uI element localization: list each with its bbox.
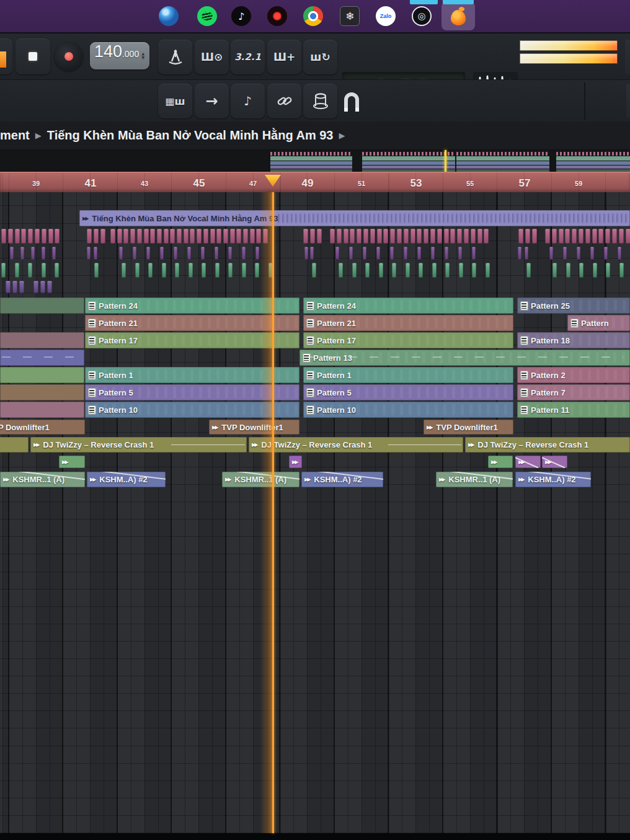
note-bar[interactable] (184, 229, 189, 244)
note-bar[interactable] (6, 281, 11, 293)
note-bar[interactable] (598, 229, 603, 244)
note-bar[interactable] (100, 229, 105, 244)
note-bar[interactable] (210, 229, 215, 244)
slide-note-button[interactable]: ♪ (231, 84, 265, 118)
note-bar[interactable] (242, 247, 246, 260)
note-bar[interactable] (160, 247, 164, 260)
pattern-clip[interactable]: Pattern 24 (303, 298, 513, 314)
note-bar[interactable] (424, 229, 428, 244)
audio-clip[interactable]: ▶▶KSHM..A) #2 (515, 472, 591, 487)
note-bar[interactable] (526, 263, 531, 278)
note-bar[interactable] (477, 229, 482, 244)
audio-clip[interactable]: ▶▶KSHM..A) #2 (87, 472, 166, 487)
note-bar[interactable] (612, 229, 617, 244)
note-bar[interactable] (486, 263, 490, 278)
note-bar[interactable] (458, 247, 462, 260)
note-bar[interactable] (619, 229, 624, 244)
audio-clip[interactable]: ▶▶TVP Downlifter1 (424, 420, 513, 435)
note-bar[interactable] (339, 263, 343, 278)
pattern-clip[interactable]: Pattern 5 (303, 384, 513, 400)
note-bar[interactable] (170, 229, 175, 244)
note-bar[interactable] (304, 247, 308, 260)
note-bar[interactable] (349, 247, 353, 260)
typing-keyboard-button[interactable]: ▦ш (158, 84, 192, 118)
audio-clip[interactable]: ▶▶KSHMR..1 (A) (0, 472, 85, 487)
audio-clip[interactable]: ▶▶ (488, 456, 513, 468)
audio-clip[interactable]: ▶▶DJ TwiZzy – Reverse Crash 1 (249, 437, 463, 453)
dump-score-button[interactable] (303, 84, 337, 118)
metronome-button[interactable] (158, 40, 192, 74)
note-bar[interactable] (626, 229, 630, 244)
note-bar[interactable] (459, 263, 463, 278)
note-bar[interactable] (392, 263, 396, 278)
note-bar[interactable] (146, 247, 150, 260)
note-bar[interactable] (565, 229, 570, 244)
taskbar-icon-zalo[interactable]: Zalo (376, 6, 396, 26)
note-bar[interactable] (605, 229, 610, 244)
note-bar[interactable] (216, 229, 221, 244)
note-bar[interactable] (559, 229, 564, 244)
audio-clip[interactable]: ▶▶DJ TwiZzy – Reverse Crash 1 (465, 437, 630, 453)
note-bar[interactable] (563, 247, 567, 260)
note-bar[interactable] (585, 229, 590, 244)
note-bar[interactable] (545, 229, 550, 244)
note-bar[interactable] (123, 229, 128, 244)
partial-button-row2[interactable] (626, 84, 630, 118)
note-bar[interactable] (243, 229, 248, 244)
note-bar[interactable] (363, 229, 368, 244)
main-volume-meter[interactable] (520, 40, 618, 51)
note-bar[interactable] (42, 263, 46, 278)
note-bar[interactable] (618, 247, 621, 260)
note-bar[interactable] (55, 263, 59, 278)
note-bar[interactable] (87, 247, 91, 260)
note-bar[interactable] (549, 247, 553, 260)
taskbar-icon-chrome[interactable] (303, 6, 323, 26)
note-bar[interactable] (228, 247, 232, 260)
note-bar[interactable] (144, 229, 149, 244)
note-bar[interactable] (376, 247, 380, 260)
note-bar[interactable] (223, 229, 228, 244)
note-bar[interactable] (484, 229, 489, 244)
note-bar[interactable] (177, 229, 182, 244)
note-bar[interactable] (363, 247, 366, 260)
note-bar[interactable] (350, 229, 355, 244)
note-bar[interactable] (552, 263, 557, 278)
note-bar[interactable] (48, 229, 53, 244)
note-bar[interactable] (450, 229, 455, 244)
note-bar[interactable] (593, 263, 597, 278)
tempo-spinner[interactable]: ▲▼ (141, 52, 145, 60)
note-bar[interactable] (40, 281, 45, 293)
note-bar[interactable] (215, 247, 218, 260)
note-bar[interactable] (445, 247, 448, 260)
minimap-segment[interactable] (556, 152, 630, 170)
audio-clip[interactable]: ▶▶ (289, 456, 302, 468)
note-bar[interactable] (117, 229, 122, 244)
note-bar[interactable] (47, 281, 52, 293)
note-bar[interactable] (444, 229, 449, 244)
note-bar[interactable] (190, 229, 195, 244)
note-bar[interactable] (31, 247, 35, 260)
pattern-clip[interactable]: Pattern 10 (303, 402, 513, 418)
note-bar[interactable] (432, 263, 437, 278)
main-pitch-meter[interactable] (520, 53, 618, 64)
pattern-clip[interactable]: Pattern 1 (303, 367, 513, 383)
note-bar[interactable] (130, 229, 135, 244)
clip-tail[interactable] (0, 367, 84, 383)
note-bar[interactable] (135, 263, 140, 278)
note-bar[interactable] (532, 229, 537, 244)
clip-tail[interactable] (0, 298, 84, 314)
note-bar[interactable] (337, 229, 342, 244)
playlist-minimap[interactable] (0, 150, 630, 172)
note-bar[interactable] (228, 263, 233, 278)
note-bar[interactable] (110, 229, 115, 244)
note-bar[interactable] (525, 229, 530, 244)
pattern-clip[interactable]: Pattern 25 (517, 298, 630, 314)
note-bar[interactable] (606, 263, 610, 278)
note-bar[interactable] (94, 229, 99, 244)
note-bar[interactable] (344, 229, 348, 244)
note-bar[interactable] (10, 247, 14, 260)
note-bar[interactable] (390, 247, 394, 260)
clip-tail[interactable] (0, 350, 84, 366)
note-bar[interactable] (431, 247, 435, 260)
pattern-clip[interactable]: Pattern 7 (517, 384, 630, 400)
